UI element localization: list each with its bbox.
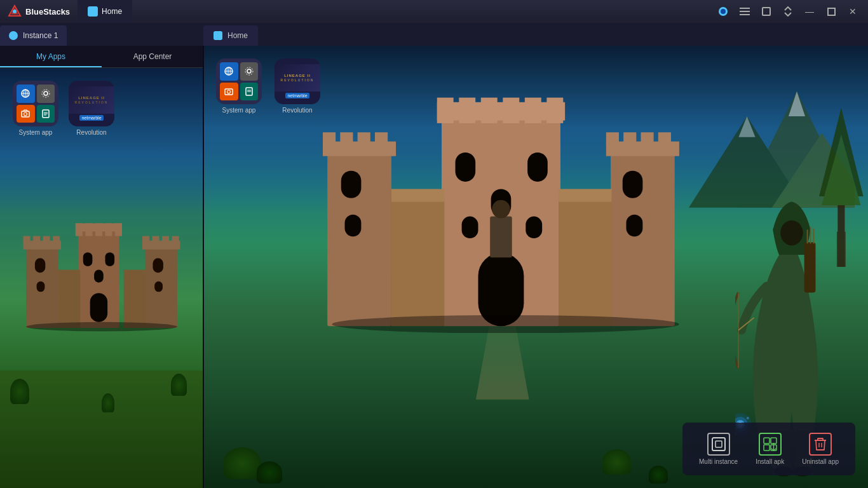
svg-rect-31: [142, 236, 149, 243]
svg-rect-129: [764, 438, 770, 444]
svg-rect-64: [341, 132, 353, 145]
svg-point-39: [26, 322, 177, 332]
minimize-btn[interactable]: —: [799, 3, 820, 20]
svg-rect-16: [35, 259, 45, 273]
svg-rect-101: [804, 242, 815, 292]
main-revolution-label: Revolution: [282, 107, 312, 114]
svg-rect-93: [559, 198, 611, 325]
svg-rect-34: [172, 236, 179, 243]
right-main-area: System app LINEAGE II REVOLUTION netmarb…: [203, 46, 868, 488]
svg-rect-66: [375, 132, 388, 145]
brand-logo-area: BlueStacks: [0, 4, 78, 18]
svg-rect-25: [90, 294, 107, 323]
svg-rect-78: [456, 152, 476, 182]
title-home-tab[interactable]: Home: [78, 0, 132, 23]
svg-rect-130: [771, 438, 776, 444]
main-icon-files: [240, 83, 259, 101]
restore-btn[interactable]: [821, 3, 841, 20]
left-revolution-label: Revolution: [76, 129, 106, 136]
app-center-tab[interactable]: App Center: [102, 46, 203, 67]
svg-point-2: [13, 10, 17, 13]
svg-rect-91: [391, 198, 444, 325]
svg-rect-8: [763, 8, 770, 15]
left-tab-bar: Instance 1: [0, 23, 203, 46]
svg-rect-23: [105, 224, 112, 236]
uninstall-app-icon: [809, 433, 832, 456]
svg-rect-75: [525, 97, 541, 123]
main-lineage-art: LINEAGE II REVOLUTION: [275, 64, 320, 92]
svg-rect-87: [641, 132, 654, 145]
svg-rect-63: [323, 132, 336, 145]
bush-1: [223, 447, 261, 479]
svg-point-98: [780, 220, 803, 246]
svg-rect-92: [391, 189, 444, 201]
install-apk-icon: [759, 433, 782, 456]
left-revolution-icon: LINEAGE II REVOLUTION netmarble: [69, 81, 114, 126]
svg-rect-82: [526, 216, 543, 238]
left-revolution-item[interactable]: LINEAGE II REVOLUTION netmarble Revoluti…: [69, 81, 114, 136]
left-app-icons: System app LINEAGE II REVOLUTION netmarb…: [13, 81, 114, 136]
second-home-tab[interactable]: Home: [203, 25, 258, 46]
expand-btn[interactable]: [778, 3, 798, 20]
install-apk-btn[interactable]: Install apk: [748, 429, 792, 469]
left-castle-svg: [20, 181, 183, 370]
svg-rect-20: [76, 224, 83, 236]
uninstall-app-btn[interactable]: Uninstall app: [794, 429, 846, 469]
svg-rect-36: [154, 281, 163, 292]
main-system-app-icon: [216, 58, 262, 104]
left-scene: System app LINEAGE II REVOLUTION netmarb…: [0, 68, 203, 488]
svg-rect-90: [627, 214, 643, 236]
main-system-app-item[interactable]: System app: [216, 58, 262, 114]
svg-rect-5: [740, 8, 750, 9]
svg-point-114: [747, 417, 749, 419]
svg-rect-88: [658, 132, 671, 145]
svg-rect-6: [740, 11, 750, 12]
svg-rect-95: [490, 216, 512, 257]
svg-rect-15: [53, 236, 60, 243]
svg-point-123: [227, 90, 231, 93]
profile-btn[interactable]: [713, 3, 733, 20]
bush-3: [602, 449, 631, 475]
main-netmarble-badge: netmarble: [285, 93, 309, 98]
main-revolution-icon: LINEAGE II REVOLUTION netmarble: [275, 58, 320, 104]
svg-rect-67: [341, 170, 362, 198]
svg-rect-17: [37, 281, 45, 292]
left-system-app-item[interactable]: System app: [13, 81, 58, 136]
close-btn[interactable]: ✕: [843, 3, 863, 20]
svg-rect-83: [611, 152, 675, 326]
left-tree-2: [102, 393, 114, 412]
second-tab-bar: Home: [203, 23, 868, 46]
svg-rect-9: [828, 8, 835, 15]
svg-point-45: [42, 90, 50, 97]
main-icon-globe: [220, 62, 238, 81]
svg-rect-122: [225, 89, 233, 95]
main-castle-svg: [323, 90, 688, 334]
svg-rect-85: [606, 132, 619, 145]
svg-rect-27: [105, 253, 114, 267]
left-tree-3: [171, 374, 187, 396]
instance-1-tab[interactable]: Instance 1: [0, 25, 67, 46]
main-app-icons: System app LINEAGE II REVOLUTION netmarb…: [216, 58, 320, 114]
my-apps-tab[interactable]: My Apps: [0, 46, 102, 67]
title-bar: BlueStacks Home: [0, 0, 868, 23]
window-icon-btn[interactable]: [756, 3, 776, 20]
multi-instance-btn[interactable]: Multi instance: [691, 429, 745, 469]
svg-rect-72: [459, 97, 476, 123]
svg-rect-26: [83, 253, 93, 267]
bush-4: [649, 466, 668, 484]
icon-cell-globe: [17, 85, 35, 103]
menu-btn[interactable]: [735, 3, 755, 20]
left-system-app-label: System app: [19, 129, 53, 136]
title-home-tab-label: Home: [102, 7, 122, 16]
svg-rect-37: [58, 270, 80, 328]
svg-rect-24: [115, 224, 122, 236]
uninstall-app-label: Uninstall app: [802, 458, 839, 465]
multi-instance-icon: [707, 433, 730, 456]
svg-rect-127: [712, 438, 725, 451]
main-revolution-item[interactable]: LINEAGE II REVOLUTION netmarble Revoluti…: [275, 58, 320, 114]
icon-cell-gear: [37, 85, 55, 103]
main-icon-gear: [240, 62, 259, 81]
main-window: BlueStacks Home: [0, 0, 868, 488]
svg-point-44: [44, 92, 48, 95]
left-nav-tabs: My Apps App Center: [0, 46, 203, 68]
